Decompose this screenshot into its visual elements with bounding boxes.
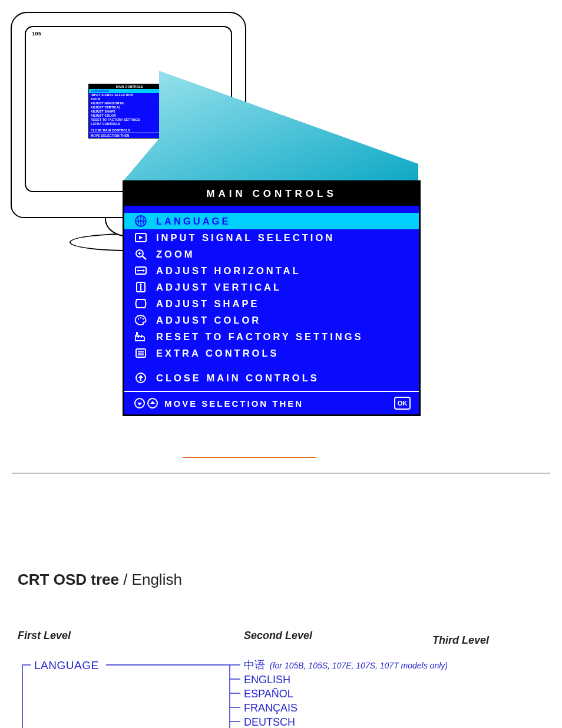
close-circle-icon	[134, 371, 148, 384]
svg-line-5	[143, 256, 146, 259]
tiny-osd-row: ZOOM	[89, 97, 170, 101]
extra-icon	[134, 347, 148, 360]
factory-icon	[134, 330, 148, 343]
osd-item-label: RESET TO FACTORY SETTINGS	[156, 331, 363, 342]
osd-item-adjust-vertical[interactable]: ADJUST VERTICAL	[124, 279, 419, 295]
tiny-osd-row: RESET TO FACTORY SETTINGS	[89, 118, 170, 122]
osd-item-label: ADJUST HORIZONTAL	[156, 265, 301, 276]
ok-button-icon[interactable]: OK	[394, 397, 411, 410]
osd-item-label: ZOOM	[156, 249, 195, 260]
osd-item-adjust-shape[interactable]: ADJUST SHAPE	[124, 295, 419, 312]
tiny-osd-row: ADJUST HORIZONTAL	[89, 101, 170, 106]
svg-point-18	[143, 318, 144, 319]
column-header-first: First Level	[18, 630, 71, 642]
list-item: FRANÇAIS	[244, 701, 448, 715]
magnifier-icon	[134, 248, 148, 261]
list-item: ENGLISH	[244, 673, 448, 687]
section-heading: CRT OSD tree / English	[18, 571, 182, 589]
svg-marker-3	[139, 236, 143, 239]
tiny-osd-preview: MAIN CONTROLS LANGUAGE INPUT SIGNAL SELE…	[88, 84, 171, 139]
language-option: 中语	[244, 658, 265, 672]
svg-marker-27	[137, 403, 142, 406]
column-header-third: Third Level	[432, 634, 489, 647]
tiny-osd-row: CLOSE MAIN CONTROLS	[89, 129, 170, 133]
osd-item-label: ADJUST SHAPE	[156, 298, 259, 309]
svg-marker-29	[150, 401, 155, 404]
osd-item-close[interactable]: CLOSE MAIN CONTROLS	[124, 370, 419, 386]
monitor-model-badge: 105	[32, 31, 42, 37]
osd-item-label: INPUT SIGNAL SELECTION	[156, 232, 335, 243]
svg-rect-19	[136, 332, 138, 335]
list-item: 中语 (for 105B, 105S, 107E, 107S, 107T mod…	[244, 658, 448, 673]
osd-item-adjust-horizontal[interactable]: ADJUST HORIZONTAL	[124, 262, 419, 279]
osd-item-label: ADJUST COLOR	[156, 315, 261, 326]
nav-arrows-icon	[134, 397, 158, 409]
globe-icon	[134, 215, 148, 228]
list-item: ESPAÑOL	[244, 687, 448, 701]
osd-item-extra-controls[interactable]: EXTRA CONTROLS	[124, 345, 419, 361]
svg-marker-15	[140, 289, 142, 291]
tiny-osd-row: ADJUST COLOR	[89, 114, 170, 118]
osd-footer-text: MOVE SELECTION THEN	[164, 398, 388, 409]
osd-item-label: CLOSE MAIN CONTROLS	[156, 373, 319, 384]
svg-marker-10	[137, 269, 138, 272]
list-item: DEUTSCH	[244, 715, 448, 726]
tiny-osd-row: INPUT SIGNAL SELECTION	[89, 93, 170, 97]
tiny-osd-row: EXTRA CONTROLS	[89, 122, 170, 126]
vert-icon	[134, 281, 148, 294]
heading-bold: CRT OSD tree	[18, 571, 119, 588]
language-option: ENGLISH	[244, 673, 290, 687]
language-option: DEUTSCH	[244, 715, 295, 726]
language-option: ESPAÑOL	[244, 687, 293, 701]
palette-icon	[134, 314, 148, 327]
tiny-osd-row: ADJUST SHAPE	[89, 110, 170, 114]
horiz-icon	[134, 264, 148, 277]
heading-rest: / English	[119, 571, 182, 588]
osd-item-language[interactable]: LANGUAGE	[124, 213, 419, 229]
tree-language-list: 中语 (for 105B, 105S, 107E, 107S, 107T mod…	[244, 658, 448, 726]
osd-item-adjust-color[interactable]: ADJUST COLOR	[124, 312, 419, 328]
osd-footer: MOVE SELECTION THEN OK	[124, 391, 419, 414]
tiny-osd-row: LANGUAGE	[89, 89, 170, 93]
svg-point-17	[140, 317, 141, 318]
tiny-osd-title: MAIN CONTROLS	[89, 84, 170, 89]
osd-item-label: ADJUST VERTICAL	[156, 282, 282, 293]
osd-item-reset-factory[interactable]: RESET TO FACTORY SETTINGS	[124, 328, 419, 345]
svg-marker-11	[143, 269, 145, 272]
svg-marker-14	[140, 283, 142, 285]
osd-item-zoom[interactable]: ZOOM	[124, 246, 419, 262]
column-header-second: Second Level	[244, 630, 312, 642]
svg-point-16	[138, 318, 139, 319]
shape-icon	[134, 297, 148, 310]
osd-item-label: EXTRA CONTROLS	[156, 348, 279, 359]
language-note: (for 105B, 105S, 107E, 107S, 107T models…	[270, 658, 448, 673]
input-icon	[134, 231, 148, 244]
divider-page	[12, 473, 550, 473]
language-option: FRANÇAIS	[244, 701, 297, 715]
svg-marker-25	[138, 375, 143, 381]
osd-main-controls: MAIN CONTROLS LANGUAGE INPUT SIGNAL SELE…	[123, 180, 421, 416]
tiny-osd-footer: MOVE SELECTION THEN	[89, 133, 170, 138]
divider-orange	[183, 457, 316, 458]
tree-level1-language: LANGUAGE	[34, 659, 99, 672]
osd-title: MAIN CONTROLS	[124, 182, 419, 206]
osd-item-label: LANGUAGE	[156, 216, 230, 227]
tiny-osd-row: ADJUST VERTICAL	[89, 106, 170, 110]
osd-item-input-signal[interactable]: INPUT SIGNAL SELECTION	[124, 229, 419, 246]
